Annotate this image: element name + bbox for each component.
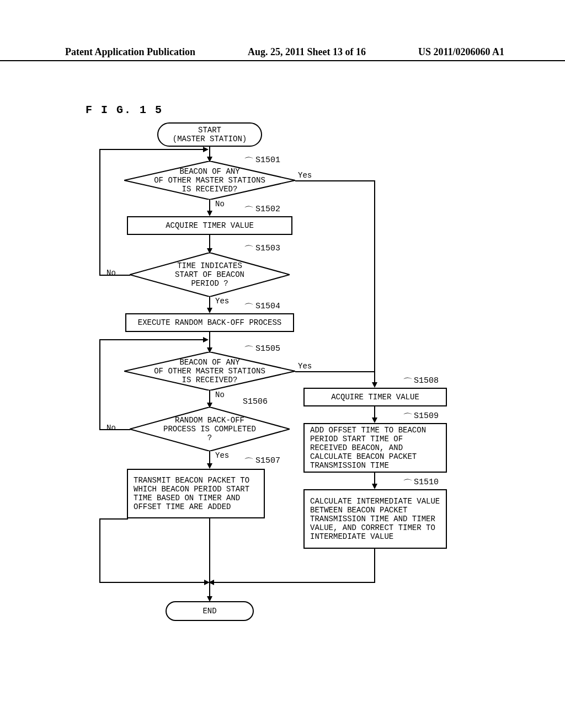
header-publication: Patent Application Publication	[65, 46, 195, 58]
arrow-icon	[207, 308, 212, 313]
decision-s1506-text: RANDOM BACK-OFF PROCESS IS COMPLETED ?	[130, 407, 290, 451]
step-number: S1506	[243, 397, 268, 406]
no-label: No	[215, 200, 225, 208]
arrow-icon	[372, 484, 377, 489]
flow-line	[99, 518, 100, 583]
flow-line	[374, 406, 375, 419]
leader-icon: ⌒	[244, 155, 254, 168]
figure-title: F I G. 1 5	[86, 104, 163, 116]
flow-line	[374, 549, 375, 582]
end-terminal: END	[166, 601, 254, 621]
flow-line	[99, 275, 130, 276]
step-number: S1504	[255, 302, 280, 311]
arrow-icon	[203, 147, 209, 152]
flow-line	[214, 582, 375, 583]
leader-icon: ⌒	[244, 301, 254, 314]
leader-icon: ⌒	[244, 204, 254, 217]
flow-line	[209, 200, 210, 212]
decision-s1506: RANDOM BACK-OFF PROCESS IS COMPLETED ?	[130, 407, 290, 451]
arrow-icon	[372, 382, 377, 388]
flow-line	[99, 582, 205, 583]
process-s1510: CALCULATE INTERMEDIATE VALUE BETWEEN BEA…	[303, 489, 447, 549]
decision-s1501: BEACON OF ANY OF OTHER MASTER STATIONS I…	[124, 161, 295, 200]
flow-line	[374, 180, 375, 383]
yes-label: Yes	[215, 297, 229, 306]
flow-line	[295, 371, 375, 372]
start-label: START (MASTER STATION)	[173, 126, 247, 143]
process-s1507: TRANSMIT BEACON PACKET TO WHICH BEACON P…	[127, 469, 265, 518]
step-number: S1510	[414, 478, 439, 487]
step-number: S1501	[255, 156, 280, 165]
decision-s1503-text: TIME INDICATES START OF BEACON PERIOD ?	[130, 253, 290, 297]
decision-s1501-text: BEACON OF ANY OF OTHER MASTER STATIONS I…	[124, 161, 295, 200]
flow-line	[209, 235, 210, 249]
leader-icon: ⌒	[244, 456, 254, 469]
step-number: S1508	[414, 376, 439, 386]
step-number: S1502	[255, 205, 280, 214]
no-label: No	[215, 390, 225, 399]
decision-s1503: TIME INDICATES START OF BEACON PERIOD ?	[130, 253, 290, 297]
page: Patent Application Publication Aug. 25, …	[0, 0, 565, 728]
leader-icon: ⌒	[244, 243, 254, 256]
process-s1504: EXECUTE RANDOM BACK-OFF PROCESS	[125, 313, 294, 332]
yes-label: Yes	[215, 451, 229, 460]
arrow-icon	[207, 463, 212, 469]
flow-line	[295, 180, 375, 181]
header-pubnum: US 2011/0206060 A1	[418, 46, 504, 58]
decision-s1505: BEACON OF ANY OF OTHER MASTER STATIONS I…	[124, 352, 295, 390]
flow-line	[99, 429, 130, 430]
leader-icon: ⌒	[403, 477, 413, 490]
arrow-icon	[209, 580, 214, 585]
flow-line	[209, 390, 210, 404]
flow-line	[209, 518, 210, 582]
start-terminal: START (MASTER STATION)	[157, 122, 262, 147]
page-header: Patent Application Publication Aug. 25, …	[0, 46, 565, 61]
arrow-icon	[207, 211, 212, 216]
end-label: END	[202, 607, 216, 615]
flow-line	[209, 332, 210, 349]
flow-line	[99, 149, 100, 276]
process-s1502: ACQUIRE TIMER VALUE	[127, 216, 292, 235]
flow-line	[209, 297, 210, 309]
step-number: S1503	[255, 244, 280, 253]
no-label: No	[106, 269, 116, 277]
no-label: No	[106, 424, 116, 432]
flowchart-canvas: START (MASTER STATION) BEACON OF ANY OF …	[66, 116, 497, 678]
process-s1508: ACQUIRE TIMER VALUE	[303, 388, 447, 406]
header-sheet: Aug. 25, 2011 Sheet 13 of 16	[248, 46, 366, 58]
decision-s1505-text: BEACON OF ANY OF OTHER MASTER STATIONS I…	[124, 352, 295, 390]
process-s1509: ADD OFFSET TIME TO BEACON PERIOD START T…	[303, 423, 447, 473]
step-number: S1509	[414, 411, 439, 421]
step-number: S1507	[255, 456, 280, 465]
flow-line	[99, 339, 204, 340]
flow-line	[99, 149, 204, 150]
leader-icon: ⌒	[244, 344, 254, 357]
leader-icon: ⌒	[403, 376, 413, 389]
flow-line	[374, 473, 375, 485]
step-number: S1505	[255, 344, 280, 354]
arrow-icon	[203, 337, 209, 342]
flow-line	[209, 451, 210, 464]
yes-label: Yes	[298, 171, 312, 180]
leader-icon: ⌒	[403, 411, 413, 424]
flow-line	[99, 518, 128, 520]
flow-line	[99, 339, 100, 430]
yes-label: Yes	[298, 362, 312, 371]
flow-line	[209, 147, 210, 158]
arrow-icon	[372, 417, 377, 423]
